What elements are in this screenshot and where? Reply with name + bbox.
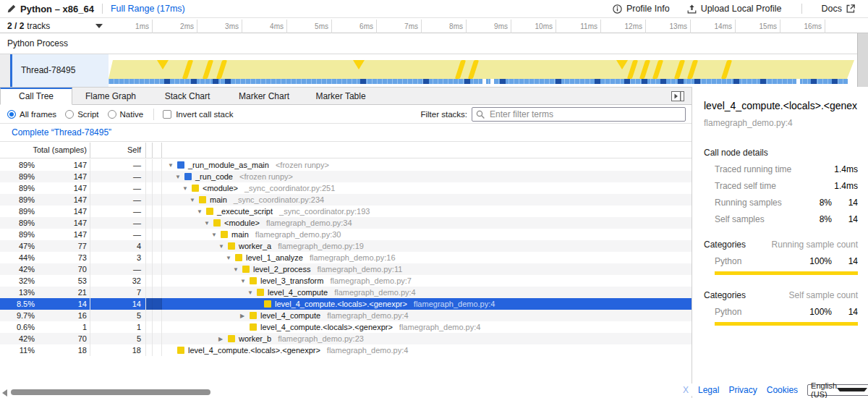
sample-dense-segment: [423, 79, 429, 84]
radio-icon[interactable]: [108, 110, 116, 119]
call-tree-row[interactable]: 89%147—▼mainflamegraph_demo.py:30: [0, 229, 692, 240]
category-square-icon: [250, 277, 257, 284]
ruler-tick: 8ms: [422, 20, 467, 33]
filter-stacks-label: Filter stacks:: [420, 110, 467, 119]
expand-twisty-icon[interactable]: ▼: [182, 183, 192, 194]
docs-link[interactable]: Docs: [816, 4, 861, 14]
self-column-header[interactable]: Self: [90, 143, 146, 158]
full-range-link[interactable]: Full Range (17ms): [111, 4, 185, 14]
breadcrumb-row: Complete “Thread-78495”: [0, 124, 692, 142]
tracks-dropdown-button[interactable]: 2 / 2 tracks: [0, 19, 109, 33]
checkbox-icon[interactable]: [163, 110, 171, 119]
total-samples: 16: [35, 310, 90, 321]
scrollbar-thumb[interactable]: [11, 389, 210, 395]
tab-flame-graph[interactable]: Flame Graph: [72, 88, 149, 105]
call-tree-row[interactable]: 89%147—▼_run_code<frozen runpy>: [0, 171, 692, 182]
call-tree-row[interactable]: 42%705▶worker_bflamegraph_demo.py:23: [0, 333, 692, 344]
call-tree-row[interactable]: 47%774▼worker_aflamegraph_demo.py:19: [0, 240, 692, 252]
expand-twisty-icon[interactable]: ▶: [240, 310, 250, 321]
self-samples: 18: [90, 344, 146, 356]
call-tree-row[interactable]: 0.6%11level_4_compute.<locals>.<genexpr>…: [0, 321, 692, 333]
expand-twisty-icon[interactable]: ▶: [218, 334, 228, 344]
breadcrumb[interactable]: Complete “Thread-78495”: [12, 127, 111, 137]
self-samples: —: [90, 229, 146, 240]
tab-call-tree[interactable]: Call Tree: [0, 88, 72, 105]
ruler-tick: 3ms: [197, 20, 242, 33]
call-tree-row[interactable]: 89%147—▼<module>_sync_coordinator.py:251: [0, 182, 692, 194]
radio-icon[interactable]: [65, 110, 74, 119]
self-samples: —: [90, 263, 146, 275]
self-samples: 5: [90, 310, 146, 321]
call-tree-row[interactable]: 32%5332▼level_3_transformflamegraph_demo…: [0, 275, 692, 287]
call-tree-row[interactable]: 89%147—▼<module>flamegraph_demo.py:34: [0, 217, 692, 229]
invert-call-stack-checkbox[interactable]: Invert call stack: [163, 110, 233, 119]
total-column-header[interactable]: Total (samples): [0, 143, 90, 158]
expand-twisty-icon[interactable]: ▼: [190, 195, 199, 206]
slash-marker: [639, 60, 650, 79]
thread-activity-graph[interactable]: [109, 54, 857, 87]
sidebar-toggle-button[interactable]: [671, 91, 684, 101]
call-tree-row[interactable]: 11%1818level_4_compute.<locals>.<genexpr…: [0, 344, 692, 356]
category-square-icon: [228, 242, 235, 250]
sample-dense-segment: [760, 79, 766, 84]
expand-twisty-icon[interactable]: ▼: [168, 160, 177, 171]
call-tree-row[interactable]: 44%733▼level_1_analyzeflamegraph_demo.py…: [0, 252, 692, 263]
call-tree-row[interactable]: 42%70—▼level_2_processflamegraph_demo.py…: [0, 263, 692, 275]
thread-track-label[interactable]: Thread-78495: [12, 54, 109, 87]
search-icon: [476, 110, 485, 119]
filter-stacks-input[interactable]: [472, 107, 686, 122]
horizontal-scrollbar[interactable]: [0, 386, 692, 398]
call-tree-row[interactable]: 8.5%1414level_4_compute.<locals>.<genexp…: [0, 298, 692, 310]
slash-marker: [182, 60, 193, 79]
expand-twisty-icon[interactable]: ▼: [218, 241, 228, 252]
profile-info-button[interactable]: Profile Info: [607, 4, 676, 14]
radio-selected-icon[interactable]: [7, 110, 16, 119]
tab-bar-tabs: Call TreeFlame GraphStack ChartMarker Ch…: [0, 88, 692, 105]
tab-marker-table[interactable]: Marker Table: [302, 88, 379, 105]
total-percent: 0.6%: [0, 321, 35, 333]
categories-title: Categories: [704, 290, 746, 300]
expand-twisty-icon[interactable]: ▼: [175, 172, 184, 182]
expand-twisty-icon[interactable]: ▼: [204, 218, 213, 229]
ruler-tick: 1ms: [108, 20, 153, 33]
footer-link-privacy[interactable]: Privacy: [728, 385, 757, 395]
radio-native[interactable]: Native: [108, 110, 144, 119]
scroll-left-arrow-icon[interactable]: [2, 389, 7, 397]
edit-pencil-icon[interactable]: [7, 4, 16, 13]
tab-stack-chart[interactable]: Stack Chart: [149, 88, 226, 105]
expand-twisty-icon[interactable]: ▼: [247, 287, 257, 298]
track-thread[interactable]: Thread-78495: [0, 54, 857, 87]
total-percent: 9.7%: [0, 310, 35, 321]
call-tree-row[interactable]: 9.7%165▶level_4_computeflamegraph_demo.p…: [0, 310, 692, 321]
self-samples: 32: [90, 275, 146, 287]
language-select[interactable]: English (US): [807, 384, 868, 396]
footer-x-link[interactable]: X: [683, 385, 689, 395]
expand-twisty-icon[interactable]: ▼: [233, 264, 242, 275]
call-tree-row[interactable]: 13%217▼level_4_computeflamegraph_demo.py…: [0, 287, 692, 298]
function-name: <module>: [224, 219, 260, 227]
function-name: worker_a: [239, 242, 271, 250]
ruler-tick: 11ms: [556, 20, 601, 33]
radio-script[interactable]: Script: [65, 110, 98, 119]
upload-profile-button[interactable]: Upload Local Profile: [681, 4, 788, 14]
process-track-label: Python Process: [7, 38, 68, 48]
call-tree-row[interactable]: 89%147—▼main_sync_coordinator.py:234: [0, 194, 692, 206]
categories-subtitle: Running sample count: [772, 240, 858, 250]
tab-marker-chart[interactable]: Marker Chart: [226, 88, 302, 105]
function-name: _execute_script: [217, 207, 273, 216]
footer-link-legal[interactable]: Legal: [698, 385, 719, 395]
expand-twisty-icon[interactable]: ▼: [226, 253, 235, 263]
track-python-process[interactable]: Python Process: [0, 33, 857, 54]
ruler-tick: 10ms: [511, 20, 556, 33]
call-tree-row[interactable]: 89%147—▼_execute_script_sync_coordinator…: [0, 206, 692, 217]
expand-twisty-icon[interactable]: ▼: [240, 276, 250, 287]
total-percent: 42%: [0, 263, 35, 275]
call-tree-row[interactable]: 89%147—▼_run_module_as_main<frozen runpy…: [0, 159, 692, 171]
tab-bar-filler: [379, 88, 692, 105]
footer: X LegalPrivacyCookies English (US): [683, 384, 868, 396]
expand-twisty-icon[interactable]: ▼: [211, 229, 221, 240]
radio-all-frames[interactable]: All frames: [7, 110, 56, 119]
footer-link-cookies[interactable]: Cookies: [767, 385, 798, 395]
chevron-down-icon: [95, 24, 103, 28]
expand-twisty-icon[interactable]: ▼: [197, 206, 206, 217]
